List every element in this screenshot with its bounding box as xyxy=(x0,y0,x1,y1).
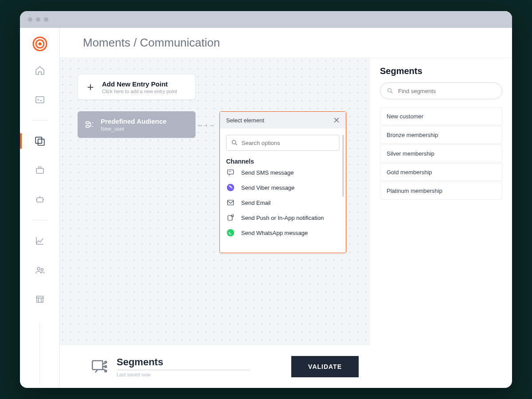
breadcrumb-text: Moments / Communication xyxy=(83,36,220,50)
audience-icon xyxy=(85,120,94,129)
svg-point-8 xyxy=(37,267,40,270)
svg-point-19 xyxy=(227,229,235,237)
whatsapp-icon xyxy=(226,228,235,237)
segments-title: Segments xyxy=(380,66,502,76)
app-window: Moments / Communication + Add New Entry … xyxy=(20,11,512,388)
nav-people[interactable] xyxy=(29,259,51,281)
channel-label: Send Email xyxy=(241,200,270,206)
push-icon xyxy=(226,213,235,222)
nav-bot[interactable] xyxy=(29,189,51,210)
channel-push[interactable]: Send Push or In-App notification xyxy=(226,210,340,225)
svg-point-15 xyxy=(229,186,230,187)
svg-rect-13 xyxy=(227,170,234,174)
titlebar xyxy=(20,11,512,28)
main: Moments / Communication + Add New Entry … xyxy=(60,28,512,388)
svg-rect-3 xyxy=(36,97,44,103)
nav-divider xyxy=(32,220,47,220)
nav-divider xyxy=(39,322,40,384)
canvas-wrap: + Add New Entry Point Click here to add … xyxy=(60,58,370,388)
window-dot xyxy=(28,17,32,22)
footer-title[interactable]: Segments xyxy=(117,356,250,370)
nav-divider xyxy=(32,120,47,121)
nav-moments[interactable] xyxy=(29,130,51,152)
viber-icon xyxy=(226,183,235,192)
channel-viber[interactable]: Send Viber message xyxy=(226,180,340,195)
connector-arrow: - - → → xyxy=(198,122,214,129)
channel-label: Send WhatsApp message xyxy=(241,230,308,236)
segment-item[interactable]: Bronze membership xyxy=(380,126,502,144)
email-icon xyxy=(226,198,235,207)
segment-item[interactable]: Silver membership xyxy=(380,145,502,162)
segment-label: Gold membership xyxy=(387,169,432,176)
flow-canvas[interactable]: + Add New Entry Point Click here to add … xyxy=(60,58,370,388)
footer-left: Segments Last saved now xyxy=(91,356,250,377)
svg-rect-5 xyxy=(38,139,44,145)
svg-point-24 xyxy=(388,89,391,92)
nav-briefcase[interactable] xyxy=(29,160,51,181)
segments-footer-icon xyxy=(91,358,109,376)
breadcrumb: Moments / Communication xyxy=(60,28,512,58)
plus-icon: + xyxy=(85,80,96,94)
popup-header: Select element xyxy=(220,112,346,129)
window-dot xyxy=(36,17,40,22)
predefined-audience-node[interactable]: Predefined Audience New_user xyxy=(78,111,196,138)
segment-label: New customer xyxy=(387,113,423,120)
channel-label: Send Push or In-App notification xyxy=(241,215,324,221)
channel-sms[interactable]: Send SMS message xyxy=(226,165,340,180)
svg-point-23 xyxy=(105,370,106,372)
entry-title: Add New Entry Point xyxy=(102,80,177,88)
popup-search[interactable] xyxy=(226,135,340,151)
popup-title: Select element xyxy=(226,117,264,124)
segment-item[interactable]: Gold membership xyxy=(380,163,502,181)
segments-panel: Segments New customer Bronze membership … xyxy=(370,58,512,388)
footer-subtitle: Last saved now xyxy=(117,372,250,377)
add-entry-point-node[interactable]: + Add New Entry Point Click here to add … xyxy=(78,74,196,100)
app-logo xyxy=(32,36,48,52)
segment-label: Bronze membership xyxy=(387,132,438,138)
svg-rect-20 xyxy=(92,361,102,370)
svg-point-9 xyxy=(41,269,43,271)
segment-label: Platinum membership xyxy=(387,188,442,194)
channel-whatsapp[interactable]: Send WhatsApp message xyxy=(226,225,340,240)
select-element-popup: Select element xyxy=(219,111,346,253)
segment-label: Silver membership xyxy=(387,150,434,157)
svg-point-2 xyxy=(38,43,41,46)
segments-search-input[interactable] xyxy=(398,88,496,94)
svg-point-21 xyxy=(105,361,106,363)
canvas-footer: Segments Last saved now VALIDATE xyxy=(60,345,370,388)
nav-terminal[interactable] xyxy=(29,89,51,110)
channel-email[interactable]: Send Email xyxy=(226,195,340,210)
segments-search[interactable] xyxy=(380,82,502,99)
svg-point-22 xyxy=(105,366,106,368)
audience-title: Predefined Audience xyxy=(101,117,167,125)
nav-home[interactable] xyxy=(29,60,51,81)
svg-point-12 xyxy=(232,141,236,144)
channel-label: Send SMS message xyxy=(241,169,294,176)
svg-rect-10 xyxy=(86,122,89,124)
window-dot xyxy=(44,17,48,22)
nav-store[interactable] xyxy=(29,289,51,310)
channel-label: Send Viber message xyxy=(241,184,294,191)
popup-section-label: Channels xyxy=(226,158,340,165)
svg-rect-4 xyxy=(35,137,42,143)
validate-button[interactable]: VALIDATE xyxy=(291,356,359,377)
segment-item[interactable]: Platinum membership xyxy=(380,182,502,200)
svg-rect-16 xyxy=(227,200,234,205)
svg-point-14 xyxy=(227,184,235,192)
svg-rect-11 xyxy=(86,125,89,128)
entry-subtitle: Click here to add a new entry point xyxy=(102,89,177,94)
svg-rect-7 xyxy=(37,198,43,202)
popup-search-input[interactable] xyxy=(242,140,335,146)
close-icon[interactable] xyxy=(333,117,340,123)
sms-icon xyxy=(226,168,235,177)
popup-scrollbar[interactable] xyxy=(342,135,344,197)
nav-analytics[interactable] xyxy=(29,230,51,251)
app-body: Moments / Communication + Add New Entry … xyxy=(20,28,512,388)
audience-subtitle: New_user xyxy=(101,126,167,132)
search-icon xyxy=(231,139,238,146)
segment-item[interactable]: New customer xyxy=(380,107,502,125)
popup-body: Channels Send SMS message xyxy=(220,129,346,253)
search-icon xyxy=(387,87,394,94)
svg-rect-6 xyxy=(36,168,43,173)
workspace: + Add New Entry Point Click here to add … xyxy=(60,58,512,388)
